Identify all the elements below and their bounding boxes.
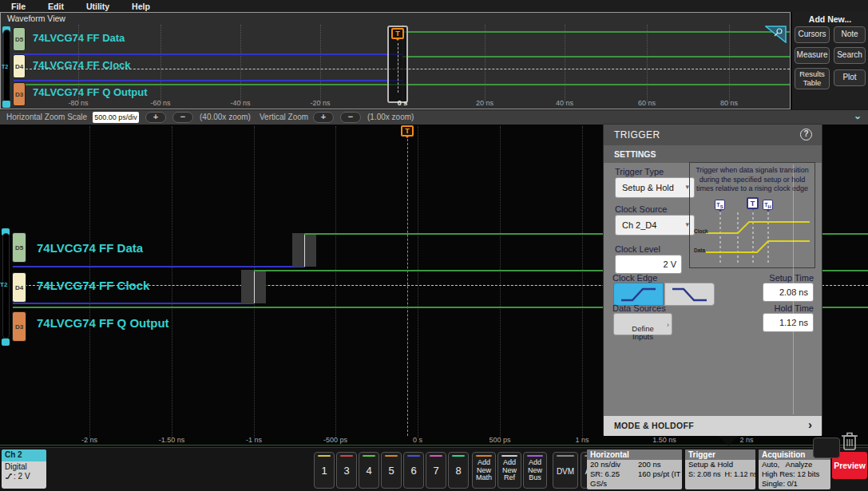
trigger-type-value: Setup & Hold: [622, 183, 674, 192]
zoom-toggle-button[interactable]: [813, 438, 840, 458]
trigger-marker-icon[interactable]: T: [391, 28, 404, 39]
channel-1-button[interactable]: 1: [314, 452, 335, 489]
trash-icon[interactable]: [838, 428, 861, 453]
measure-button[interactable]: Measure: [795, 47, 830, 64]
horizontal-badge[interactable]: Horizontal 20 ns/div 200 ns SR: 6.25 GS/…: [587, 449, 682, 489]
menu-utility[interactable]: Utility: [86, 2, 109, 11]
channel-data-label: 74LVCG74 FF Data: [37, 241, 143, 255]
acq-resolution: High Res: 12 bits: [759, 469, 830, 479]
note-button[interactable]: Note: [834, 26, 866, 43]
dvm-button[interactable]: DVM: [553, 452, 578, 489]
rising-edge-icon: [614, 283, 663, 305]
h-position: 50%: [638, 489, 661, 489]
v-zoom-plus-button[interactable]: +: [313, 112, 334, 123]
menu-edit[interactable]: Edit: [48, 2, 64, 11]
badge-d4[interactable]: D4: [12, 272, 26, 303]
badge-d4[interactable]: D4: [13, 54, 26, 78]
search-button[interactable]: Search: [834, 47, 866, 64]
badge-d5[interactable]: D5: [13, 27, 26, 51]
add-new-ref-button[interactable]: Add New Ref: [497, 452, 521, 489]
zoom-overview-icon[interactable]: [765, 26, 787, 43]
hold-time-field[interactable]: 1.12 ns: [763, 313, 814, 332]
h-sample-rate: SR: 6.25 GS/s: [590, 469, 638, 489]
results-table-button[interactable]: Results Table: [795, 68, 830, 89]
gridline: [320, 25, 321, 103]
badge-d3[interactable]: D3: [12, 311, 26, 342]
falling-edge-button[interactable]: [664, 283, 715, 306]
help-icon[interactable]: ?: [800, 129, 812, 141]
mode-holdoff-section[interactable]: MODE & HOLDOFF ›: [604, 416, 822, 436]
channel-8-button[interactable]: 8: [448, 452, 469, 489]
channel-group-handle-bottom[interactable]: [2, 339, 10, 346]
axis-tick: 60 ns: [638, 99, 656, 107]
data-low-trace: [13, 266, 305, 267]
h-zoom-scale-input[interactable]: 500.00 ps/div: [93, 112, 139, 123]
define-inputs-text: Define Inputs: [632, 324, 653, 342]
add-new-math-button[interactable]: Add New Math: [472, 452, 496, 489]
h-window: 200 ns: [638, 460, 661, 469]
menu-help[interactable]: Help: [132, 2, 150, 11]
channel-5-button[interactable]: 5: [381, 452, 402, 489]
trigger-marker-icon[interactable]: T: [401, 125, 414, 137]
gridline: [240, 25, 241, 103]
trigger-panel-title: TRIGGER: [614, 129, 660, 141]
diagram-data-label: Data: [694, 247, 705, 253]
channel-clock-label: 74LVCG74 FF Clock: [33, 59, 131, 71]
data-edge-line: [304, 233, 305, 267]
zoom-window-box[interactable]: T: [387, 26, 408, 103]
add-new-bus-button[interactable]: Add New Bus: [523, 452, 547, 489]
define-inputs-button[interactable]: Define Inputs ›: [613, 313, 672, 335]
menu-file[interactable]: File: [11, 2, 26, 11]
chevron-right-icon: ›: [667, 321, 669, 330]
trigger-badge[interactable]: Trigger Setup & Hold S: 2.08 ns H: 1.12 …: [685, 449, 755, 489]
channel-data-label: 74LVCG74 FF Data: [33, 32, 125, 44]
trigger-panel-titlebar[interactable]: TRIGGER ?: [604, 125, 822, 145]
axis-tick: 1.50 ns: [652, 436, 676, 444]
trigger-type-dropdown[interactable]: Setup & Hold ▾: [615, 177, 695, 198]
setup-time-flag-icon: TS: [715, 200, 725, 210]
gridline: [582, 126, 583, 438]
gridline: [172, 126, 172, 438]
channel-clock-label: 74LVCG74 FF Clock: [37, 279, 149, 292]
clock-source-dropdown[interactable]: Ch 2_D4 ▾: [615, 215, 695, 236]
v-zoom-minus-button[interactable]: −: [340, 112, 361, 123]
tab-settings[interactable]: SETTINGS: [604, 145, 822, 163]
edge-threshold-icon: [5, 473, 13, 480]
clock-level-field[interactable]: 2 V: [615, 255, 682, 274]
v-zoom-label: Vertical Zoom: [260, 113, 308, 121]
axis-tick: 500 ps: [489, 436, 510, 444]
data-sources-label: Data Sources: [612, 303, 666, 313]
add-new-ref-label: Add New Ref: [498, 459, 521, 482]
math-color-stripe: [476, 455, 492, 457]
h-zoom-minus-button[interactable]: −: [172, 112, 193, 123]
channel-2-badge[interactable]: Ch 2 Digital : 2 V: [2, 449, 46, 489]
clock-source-value: Ch 2_D4: [622, 220, 656, 230]
channel-group-handle-bottom[interactable]: [2, 101, 10, 108]
plot-button[interactable]: Plot: [834, 69, 866, 86]
channel-2-type: Digital: [2, 461, 46, 471]
clock-edge-line: [254, 270, 255, 303]
badge-d5[interactable]: D5: [12, 232, 26, 263]
h-zoom-plus-button[interactable]: +: [145, 112, 166, 123]
trigger-flag-icon: T: [747, 197, 759, 209]
zoom-scale-bar: Horizontal Zoom Scale 500.00 ps/div + − …: [0, 109, 868, 125]
data-high-trace: [402, 31, 790, 33]
dvm-label: DVM: [553, 467, 577, 476]
axis-tick: -1 ns: [246, 436, 262, 444]
collapse-chevron-icon[interactable]: ⌄: [854, 110, 862, 121]
add-new-title: Add New...: [792, 14, 868, 24]
cursors-button[interactable]: Cursors: [795, 26, 830, 43]
channel-6-button[interactable]: 6: [403, 452, 424, 489]
channel-7-button[interactable]: 7: [426, 452, 446, 489]
badge-d3[interactable]: D3: [13, 82, 26, 106]
setup-time-field[interactable]: 2.08 ns: [763, 283, 814, 302]
rising-edge-button[interactable]: [613, 283, 664, 306]
waveform-view-title: Waveform View: [7, 14, 65, 23]
add-new-math-label: Add New Math: [473, 459, 495, 482]
channel-4-button[interactable]: 4: [359, 452, 379, 489]
channel-q-output-label: 74LVCG74 FF Q Output: [33, 86, 148, 98]
waveform-overview[interactable]: Waveform View T2 D5 D4 D3 74LVCG74 FF Da…: [0, 12, 791, 109]
bottom-bar: Ch 2 Digital : 2 V 1 3 4 5: [0, 447, 868, 491]
gridline: [647, 25, 648, 103]
channel-3-button[interactable]: 3: [336, 452, 357, 489]
